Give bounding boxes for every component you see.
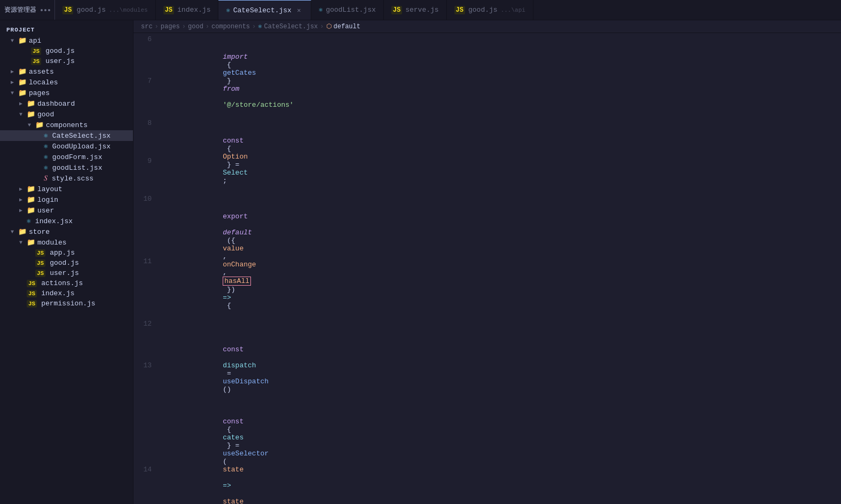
tree-item-goodlist[interactable]: ⚛ goodList.jsx	[0, 162, 133, 173]
keyword-const: const	[223, 345, 243, 353]
bc-sep: ›	[320, 23, 324, 30]
tree-item-user[interactable]: ▶ 📁 user	[0, 205, 133, 216]
bc-icon: ⬡	[326, 22, 332, 30]
tree-item-label: good.js	[50, 259, 79, 267]
tree-item-layout[interactable]: ▶ 📁 layout	[0, 184, 133, 194]
tree-item-good[interactable]: ▼ 📁 good	[0, 109, 133, 120]
code-text: =>	[223, 294, 231, 302]
tree-item-index-jsx[interactable]: ⚛ index.jsx	[0, 216, 133, 226]
code-text: {	[223, 145, 235, 153]
tree-item-label: assets	[29, 68, 54, 76]
tab-goodlist[interactable]: ⚛ goodList.jsx	[311, 0, 384, 20]
tree-item-actions-js[interactable]: JS actions.js	[0, 278, 133, 288]
tree-item-label: permission.js	[41, 300, 95, 308]
tab-sublabel: ...\modules	[109, 7, 148, 13]
tab-good-modules[interactable]: JS good.js ...\modules	[55, 0, 156, 20]
react-file-icon: ⚛	[44, 142, 48, 151]
close-tab-button[interactable]: ✕	[295, 6, 303, 14]
bc-symbol: default	[334, 23, 360, 30]
main-layout: PROJECT ▼ 📁 api JS good.js JS user.js	[0, 20, 841, 504]
tree-item-good-js[interactable]: JS good.js	[0, 46, 133, 56]
js-file-icon: JS	[391, 6, 402, 14]
folder-open-icon: 📁	[18, 227, 27, 236]
tree-item-dashboard[interactable]: ▶ 📁 dashboard	[0, 98, 133, 109]
tree-item-good-js-modules[interactable]: JS good.js	[0, 258, 133, 268]
tree-item-index-js-store[interactable]: JS index.js	[0, 288, 133, 298]
bc-src: src	[141, 23, 153, 30]
line-content	[160, 193, 841, 204]
tree-item-label: CateSelect.jsx	[52, 132, 111, 140]
keyword-default: default	[223, 229, 252, 237]
tree-item-cateselect[interactable]: ⚛ CateSelect.jsx	[0, 130, 133, 141]
code-text: Option	[223, 153, 248, 161]
tree-item-label: app.js	[50, 249, 75, 257]
code-text: ,	[223, 269, 231, 277]
chevron-down-icon: ▼	[17, 240, 25, 246]
tree-item-api[interactable]: ▼ 📁 api	[0, 35, 133, 46]
tree-item-store[interactable]: ▼ 📁 store	[0, 226, 133, 237]
tree-item-pages[interactable]: ▼ 📁 pages	[0, 88, 133, 98]
tree-item-permission-js[interactable]: JS permission.js	[0, 298, 133, 309]
code-line-11: 11 export default ({ value , onChange , …	[133, 204, 841, 318]
tree-item-user-js-modules[interactable]: JS user.js	[0, 268, 133, 278]
folder-open-icon: 📁	[35, 121, 44, 129]
tab-label: index.js	[177, 6, 210, 14]
code-text: ({	[223, 237, 239, 245]
string-literal: '@/store/actions'	[223, 101, 294, 109]
js-file-icon: JS	[27, 279, 37, 287]
tree-item-label: store	[29, 228, 50, 236]
more-options-button[interactable]	[41, 9, 50, 11]
react-file-icon: ⚛	[226, 6, 230, 14]
tree-item-components[interactable]: ▼ 📁 components	[0, 120, 133, 130]
tree-item-label: user	[37, 207, 54, 215]
bc-components: components	[211, 23, 250, 30]
tab-label: goodList.jsx	[326, 6, 376, 14]
tree-item-label: goodForm.jsx	[52, 153, 103, 161]
bc-good: good	[188, 23, 203, 30]
js-file-icon: JS	[27, 289, 37, 297]
tree-item-assets[interactable]: ▶ 📁 assets	[0, 66, 133, 77]
code-text: state	[223, 466, 243, 474]
folder-open-icon: 📁	[27, 238, 35, 247]
editor-container: src › pages › good › components › ⚛ Cate…	[133, 20, 841, 504]
line-content: const { cates } = useSelector ( state =>…	[160, 401, 841, 504]
file-explorer: PROJECT ▼ 📁 api JS good.js JS user.js	[0, 20, 133, 504]
tab-index-js[interactable]: JS index.js	[156, 0, 219, 20]
code-editor[interactable]: 6 7 import { getCates } from	[133, 33, 841, 504]
code-text	[223, 490, 227, 498]
tree-item-label: style.scss	[52, 175, 93, 183]
folder-open-icon: 📁	[18, 89, 27, 97]
bc-react-icon: ⚛	[258, 22, 262, 30]
tree-item-locales[interactable]: ▶ 📁 locales	[0, 77, 133, 88]
tree-item-goodupload[interactable]: ⚛ GoodUpload.jsx	[0, 141, 133, 152]
tab-serve[interactable]: JS serve.js	[384, 0, 447, 20]
code-text: (	[223, 458, 227, 466]
code-text: } =	[223, 442, 243, 450]
tab-cateselect[interactable]: ⚛ CateSelect.jsx ✕	[218, 0, 311, 20]
chevron-down-icon: ▼	[9, 38, 16, 44]
scss-file-icon: 𝑆	[44, 174, 48, 183]
bc-sep: ›	[252, 23, 256, 30]
keyword-import: import	[223, 53, 248, 61]
tree-item-app-js[interactable]: JS app.js	[0, 248, 133, 258]
tree-item-login[interactable]: ▶ 📁 login	[0, 194, 133, 205]
line-number: 9	[133, 129, 160, 193]
js-file-icon: JS	[163, 6, 174, 14]
keyword-export: export	[223, 212, 248, 220]
tree-item-modules[interactable]: ▼ 📁 modules	[0, 237, 133, 248]
code-text: }	[223, 77, 235, 85]
code-line-12: 12	[133, 318, 841, 329]
code-line-8: 8	[133, 117, 841, 129]
tree-item-user-js[interactable]: JS user.js	[0, 56, 133, 66]
js-file-icon: JS	[31, 57, 41, 65]
tab-good-api[interactable]: JS good.js ...\api	[447, 0, 533, 20]
tree-item-label: good	[37, 111, 54, 119]
chevron-down-icon: ▼	[9, 229, 16, 235]
tree-item-goodform[interactable]: ⚛ goodForm.jsx	[0, 152, 133, 162]
line-content: const { Option } = Select ;	[160, 129, 841, 193]
line-number: 14	[133, 401, 160, 504]
sidebar-header: 资源管理器	[0, 0, 55, 20]
chevron-right-icon: ▶	[17, 186, 25, 192]
tree-item-label: index.jsx	[35, 217, 73, 225]
tree-item-style-scss[interactable]: 𝑆 style.scss	[0, 173, 133, 184]
